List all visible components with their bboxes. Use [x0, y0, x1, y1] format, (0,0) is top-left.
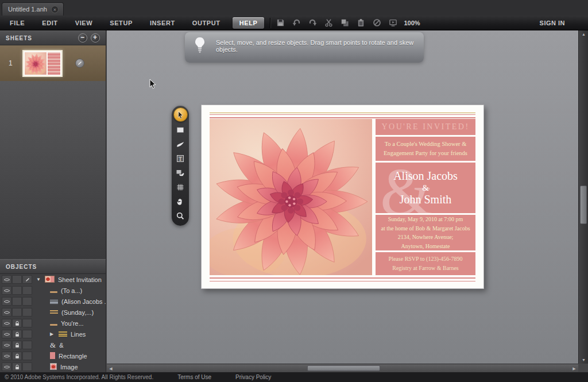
hand-tool-icon	[176, 197, 185, 206]
object-label: You're...	[61, 320, 84, 327]
lock-toggle[interactable]	[12, 352, 22, 360]
terms-of-use-link[interactable]: Terms of Use	[177, 374, 211, 380]
object-row[interactable]: (To a...)	[0, 285, 106, 296]
scroll-right-icon[interactable]: ▶	[570, 364, 578, 372]
tool-place-image[interactable]	[173, 167, 187, 179]
object-row[interactable]: (Alison Jacobs ...	[0, 296, 106, 307]
lock-toggle[interactable]	[12, 286, 22, 295]
lock-toggle[interactable]	[12, 297, 22, 306]
tab-strip: Untitled 1.anh ×	[0, 0, 588, 16]
scroll-down-icon[interactable]: ▼	[579, 356, 588, 364]
object-row[interactable]: You're...	[0, 318, 106, 329]
invitation-details[interactable]: Sunday, May 9, 2010 at 7:00 pmat the hom…	[376, 215, 475, 250]
bottom-border-lines[interactable]	[210, 277, 475, 281]
tool-rectangle[interactable]	[173, 124, 187, 136]
sheet-list-item[interactable]: 1	[0, 45, 106, 81]
invitation-rsvp[interactable]: Please RSVP to (123)-456-7890Registry at…	[376, 252, 475, 275]
zoom-level[interactable]: 100%	[404, 20, 420, 26]
invitation-ampersand: &	[376, 183, 475, 193]
privacy-policy-link[interactable]: Privacy Policy	[235, 374, 271, 380]
visibility-toggle[interactable]	[2, 297, 11, 306]
visibility-toggle[interactable]	[2, 352, 11, 360]
document-tab[interactable]: Untitled 1.anh ×	[2, 2, 64, 16]
edit-toggle[interactable]	[22, 319, 32, 327]
object-row[interactable]: ▼Sheet Invitation	[0, 274, 106, 285]
invitation-subtitle[interactable]: To a Couple's Wedding Shower &Engagement…	[376, 137, 475, 161]
save-icon[interactable]	[275, 18, 285, 28]
lock-toggle[interactable]	[12, 275, 22, 284]
lock-toggle[interactable]	[12, 308, 22, 317]
invitation-names[interactable]: & Alison Jacobs & John Smith	[376, 163, 475, 213]
lock-toggle[interactable]	[12, 341, 22, 349]
horizontal-scrollbar[interactable]: ◀ ▶	[107, 364, 578, 372]
edit-toggle[interactable]	[22, 330, 32, 338]
edit-sheet-button[interactable]	[75, 59, 84, 68]
menu-item-file[interactable]: FILE	[1, 17, 33, 29]
none-icon[interactable]	[372, 18, 382, 28]
vertical-scroll-thumb[interactable]	[580, 186, 587, 224]
copy-icon[interactable]	[339, 18, 350, 28]
object-row-cells	[2, 362, 33, 371]
tool-grid[interactable]	[173, 181, 187, 194]
edit-toggle[interactable]	[22, 352, 32, 360]
visibility-toggle[interactable]	[2, 319, 11, 327]
paste-icon[interactable]	[355, 18, 366, 28]
edit-toggle[interactable]	[22, 308, 32, 317]
edit-toggle[interactable]	[22, 362, 32, 371]
undo-icon[interactable]	[291, 18, 301, 28]
add-sheet-button[interactable]: +	[91, 33, 100, 43]
redo-icon[interactable]	[307, 18, 318, 28]
visibility-toggle[interactable]	[2, 341, 11, 349]
visibility-toggle[interactable]	[2, 330, 11, 338]
scroll-left-icon[interactable]: ◀	[107, 364, 115, 372]
lock-toggle[interactable]	[12, 319, 22, 327]
cut-icon[interactable]	[323, 18, 334, 28]
tab-close-icon[interactable]: ×	[51, 6, 59, 13]
object-row[interactable]: Image	[0, 361, 106, 372]
vertical-scrollbar[interactable]: ▲ ▼	[578, 30, 588, 364]
visibility-toggle[interactable]	[2, 362, 11, 371]
edit-toggle[interactable]	[22, 297, 32, 306]
menu-item-view[interactable]: VIEW	[67, 17, 102, 29]
scroll-up-icon[interactable]: ▲	[579, 30, 588, 38]
dahlia-photo[interactable]	[210, 119, 372, 275]
tool-draw[interactable]	[173, 138, 187, 151]
menu-item-insert[interactable]: INSERT	[141, 17, 184, 29]
top-border-lines[interactable]	[210, 113, 475, 117]
lock-toggle[interactable]	[12, 362, 22, 371]
tool-select[interactable]	[173, 107, 188, 122]
horizontal-scroll-thumb[interactable]	[307, 365, 380, 371]
hint-bar: Select, move, and resize objects. Drag s…	[185, 32, 424, 63]
menu-item-output[interactable]: OUTPUT	[184, 17, 229, 29]
menu-item-setup[interactable]: SETUP	[101, 17, 141, 29]
sheet-thumbnail[interactable]	[22, 50, 63, 77]
object-label: &	[59, 342, 63, 349]
tool-hand[interactable]	[173, 195, 187, 208]
edit-toggle[interactable]	[22, 341, 32, 349]
design-canvas[interactable]: Select, move, and resize objects. Drag s…	[107, 30, 588, 372]
invitation-headline[interactable]: YOU'RE INVITED!	[376, 119, 475, 135]
object-row[interactable]: &&	[0, 339, 106, 350]
visibility-toggle[interactable]	[2, 275, 11, 284]
invitation-card[interactable]: YOU'RE INVITED! To a Couple's Wedding Sh…	[201, 105, 484, 289]
sheets-panel-header: SHEETS − +	[0, 30, 106, 45]
expand-arrow-icon[interactable]: ▶	[50, 331, 55, 337]
tool-text[interactable]: T	[173, 152, 187, 165]
remove-sheet-button[interactable]: −	[78, 33, 87, 43]
object-row-content: You're...	[50, 320, 84, 327]
object-row[interactable]: (Sunday,...)	[0, 307, 106, 318]
object-row[interactable]: ▶Lines	[0, 329, 106, 339]
lock-toggle[interactable]	[12, 330, 22, 338]
object-row-cells	[2, 341, 33, 349]
menu-item-help[interactable]: HELP	[233, 17, 265, 29]
menu-item-edit[interactable]: EDIT	[33, 17, 66, 29]
preview-icon[interactable]	[388, 18, 398, 28]
expand-arrow-icon[interactable]: ▼	[36, 277, 41, 282]
object-row[interactable]: Rectangle	[0, 350, 106, 361]
visibility-toggle[interactable]	[2, 286, 11, 295]
tool-zoom[interactable]	[173, 210, 187, 222]
visibility-toggle[interactable]	[2, 308, 11, 317]
edit-toggle[interactable]	[22, 286, 32, 295]
edit-toggle[interactable]	[22, 275, 32, 284]
sign-in-button[interactable]: SIGN IN	[540, 20, 565, 26]
